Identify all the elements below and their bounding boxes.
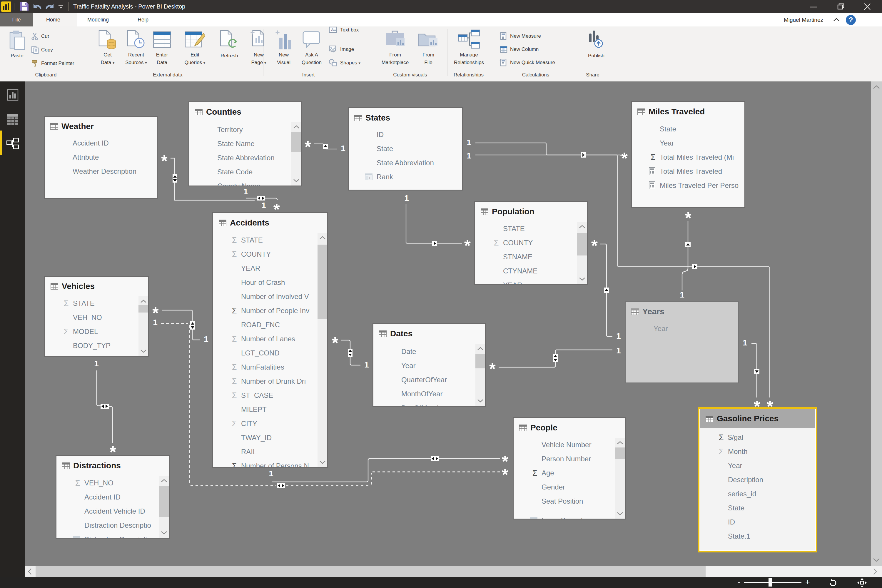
svg-text:*: * xyxy=(464,236,471,255)
svg-text:1: 1 xyxy=(742,338,747,347)
svg-text:*: * xyxy=(161,152,168,170)
svg-text:*: * xyxy=(502,465,508,484)
svg-text:A: A xyxy=(331,28,334,32)
svg-text:*: * xyxy=(591,236,598,255)
svg-text:1: 1 xyxy=(364,360,369,369)
svg-text:1: 1 xyxy=(341,144,345,153)
svg-text:1: 1 xyxy=(153,318,158,327)
svg-text:1: 1 xyxy=(261,201,266,210)
svg-text:1: 1 xyxy=(269,469,273,478)
svg-text:*: * xyxy=(685,208,692,227)
svg-text:*: * xyxy=(621,149,628,167)
svg-text:1: 1 xyxy=(616,346,621,355)
svg-text:*: * xyxy=(502,452,508,470)
svg-text:1: 1 xyxy=(466,151,471,160)
svg-text:*: * xyxy=(304,137,311,156)
svg-text:1: 1 xyxy=(680,290,684,299)
svg-text:Σ: Σ xyxy=(369,176,371,180)
svg-text:1: 1 xyxy=(616,332,621,340)
svg-text:*: * xyxy=(152,303,159,322)
svg-text:1: 1 xyxy=(94,359,99,368)
svg-text:*: * xyxy=(489,359,496,378)
svg-text:?: ? xyxy=(849,16,853,24)
svg-text:*: * xyxy=(332,333,338,352)
svg-text:1: 1 xyxy=(466,138,471,147)
svg-text:1: 1 xyxy=(204,334,208,344)
svg-text:1: 1 xyxy=(404,194,409,202)
svg-text:1: 1 xyxy=(243,187,248,196)
